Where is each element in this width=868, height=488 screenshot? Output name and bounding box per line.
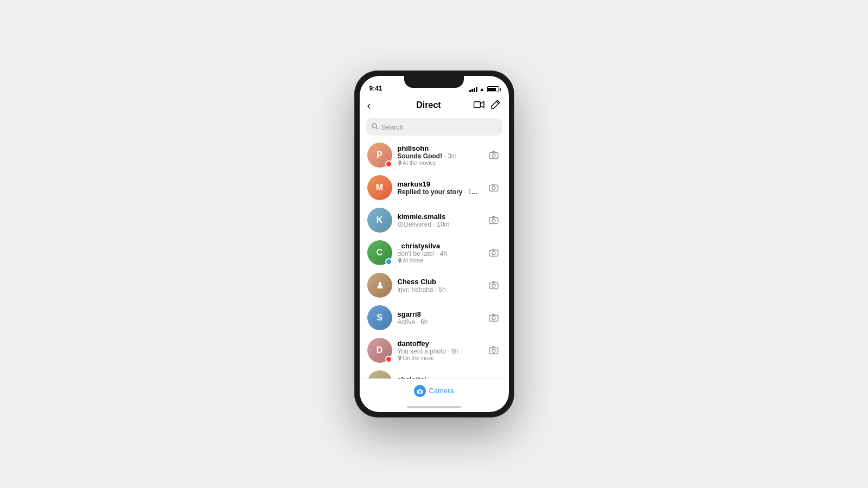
search-placeholder: Search xyxy=(381,123,404,131)
phone-screen: 9:41 ▲ ‹ Direct xyxy=(360,76,509,412)
battery-fill xyxy=(488,88,496,91)
svg-rect-0 xyxy=(474,101,481,107)
battery-icon xyxy=(487,86,499,92)
message-preview: Replied to your story · 10m xyxy=(398,188,481,196)
signal-bar-2 xyxy=(471,89,473,92)
message-content: kimmie.smalls Delivered · 10m xyxy=(398,213,481,228)
svg-point-6 xyxy=(492,187,495,190)
message-preview: don't be late! · 4h xyxy=(398,250,481,258)
svg-point-4 xyxy=(492,154,495,157)
status-dot xyxy=(385,356,392,363)
svg-rect-11 xyxy=(489,251,498,256)
avatar-wrapper: P xyxy=(367,143,392,168)
message-location: At home xyxy=(398,258,481,264)
svg-rect-8 xyxy=(489,218,498,224)
home-bar xyxy=(407,406,461,408)
message-preview: Delivered · 10m xyxy=(398,221,481,228)
svg-rect-15 xyxy=(489,316,498,322)
avatar-wrapper: ♟ xyxy=(367,273,392,298)
wifi-icon: ▲ xyxy=(480,86,485,92)
avatar-wrapper: D xyxy=(367,338,392,363)
list-item[interactable]: C_christysilvadon't be late! · 4h At hom… xyxy=(360,236,509,269)
camera-button[interactable]: Camera xyxy=(414,385,454,397)
message-username: sgarri8 xyxy=(398,310,481,318)
message-username: _christysilva xyxy=(398,242,481,250)
message-content: sgarri8Active · 6h xyxy=(398,310,481,326)
status-icons: ▲ xyxy=(469,86,499,92)
nav-action-icons xyxy=(474,99,501,112)
camera-circle-icon xyxy=(414,385,426,397)
svg-rect-18 xyxy=(489,348,498,354)
svg-rect-5 xyxy=(489,185,498,191)
status-dot xyxy=(385,258,392,265)
message-camera-button[interactable] xyxy=(486,245,501,260)
avatar-wrapper: M xyxy=(367,175,392,200)
message-username: phillsohn xyxy=(398,144,481,152)
message-username: dantoffey xyxy=(398,339,481,348)
status-time: 9:41 xyxy=(369,85,382,92)
back-button[interactable]: ‹ xyxy=(367,99,384,112)
avatar-wrapper: C xyxy=(367,370,392,378)
signal-bar-1 xyxy=(469,90,471,92)
search-bar[interactable]: Search xyxy=(366,118,502,136)
signal-bar-4 xyxy=(476,87,477,92)
svg-point-16 xyxy=(492,317,495,320)
home-indicator xyxy=(360,402,509,412)
list-item[interactable]: DdantoffeyYou sent a photo · 6h On the m… xyxy=(360,334,509,367)
list-item[interactable]: ♟Chess Clublrjvr: hahaha · 5h xyxy=(360,269,509,301)
avatar: S xyxy=(367,305,392,330)
svg-point-23 xyxy=(419,390,421,393)
messages-list: PphillsohnSounds Good! · 3m At the movie… xyxy=(360,139,509,378)
phone-device: 9:41 ▲ ‹ Direct xyxy=(354,70,514,418)
message-content: _christysilvadon't be late! · 4h At home xyxy=(398,242,481,264)
message-preview: You sent a photo · 6h xyxy=(398,348,481,355)
compose-button[interactable] xyxy=(491,99,501,112)
message-camera-button[interactable] xyxy=(486,213,501,228)
message-content: markus19Replied to your story · 10m xyxy=(398,180,481,196)
svg-point-9 xyxy=(492,219,495,222)
message-location: At the movies xyxy=(398,160,481,166)
list-item[interactable]: Kkimmie.smalls Delivered · 10m xyxy=(360,204,509,236)
message-camera-button[interactable] xyxy=(486,278,501,293)
bottom-bar: Camera xyxy=(360,378,509,402)
avatar-wrapper: C xyxy=(367,240,392,265)
avatar-wrapper: K xyxy=(367,208,392,233)
message-camera-button[interactable] xyxy=(486,310,501,325)
message-camera-button[interactable] xyxy=(486,180,501,195)
svg-rect-3 xyxy=(489,153,498,159)
avatar-wrapper: S xyxy=(367,305,392,330)
avatar: C xyxy=(367,370,392,378)
notch xyxy=(404,76,464,88)
message-location: On the move xyxy=(398,355,481,361)
svg-point-17 xyxy=(399,357,400,358)
list-item[interactable]: PphillsohnSounds Good! · 3m At the movie… xyxy=(360,139,509,171)
message-content: dantoffeyYou sent a photo · 6h On the mo… xyxy=(398,339,481,361)
message-username: chcloitoi xyxy=(398,375,481,379)
message-camera-button[interactable] xyxy=(486,343,501,358)
message-content: Chess Clublrjvr: hahaha · 5h xyxy=(398,278,481,293)
message-username: kimmie.smalls xyxy=(398,213,481,221)
list-item[interactable]: Cchcloitoisuch a purday photo!!! · 6h xyxy=(360,367,509,378)
message-preview: Active · 6h xyxy=(398,318,481,326)
status-dot xyxy=(385,160,392,168)
svg-point-1 xyxy=(372,124,376,128)
svg-point-19 xyxy=(492,349,495,352)
page-title: Direct xyxy=(416,100,441,110)
message-username: Chess Club xyxy=(398,278,481,286)
message-content: phillsohnSounds Good! · 3m At the movies xyxy=(398,144,481,166)
message-preview: lrjvr: hahaha · 5h xyxy=(398,286,481,293)
svg-rect-13 xyxy=(489,283,498,289)
avatar: ♟ xyxy=(367,273,392,298)
svg-point-12 xyxy=(492,252,495,255)
list-item[interactable]: Mmarkus19Replied to your story · 10m xyxy=(360,171,509,204)
search-icon xyxy=(372,123,378,131)
message-camera-button[interactable] xyxy=(486,375,501,378)
video-call-button[interactable] xyxy=(474,100,484,111)
message-camera-button[interactable] xyxy=(486,147,501,163)
list-item[interactable]: Ssgarri8Active · 6h xyxy=(360,301,509,334)
message-username: markus19 xyxy=(398,180,481,188)
svg-point-2 xyxy=(399,162,400,163)
message-preview: Sounds Good! · 3m xyxy=(398,152,481,160)
camera-label: Camera xyxy=(429,387,454,395)
avatar: K xyxy=(367,208,392,233)
